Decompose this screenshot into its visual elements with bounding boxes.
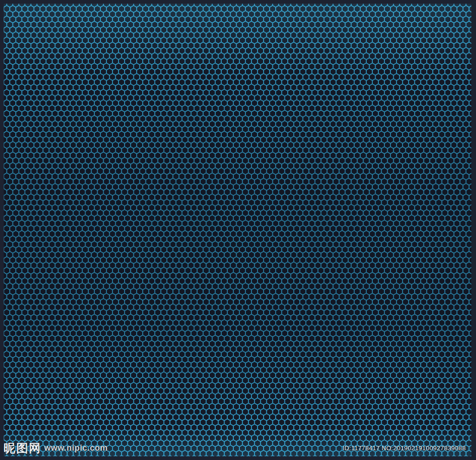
hexagon-mesh <box>4 4 471 456</box>
nipic-logo: 昵图网 www.nipic.com <box>4 442 108 454</box>
site-url-text: www.nipic.com <box>44 444 108 452</box>
watermark-bar: 昵图网 www.nipic.com ID:11778417 NO:2019021… <box>0 439 476 460</box>
site-name-logo: 昵图网 <box>4 442 41 454</box>
watermark-id-text: ID:11778417 NO:20190219100927839088 <box>343 445 466 452</box>
hexagon-pattern-svg <box>4 4 471 456</box>
background-texture: 昵图网 www.nipic.com ID:11778417 NO:2019021… <box>0 0 476 460</box>
